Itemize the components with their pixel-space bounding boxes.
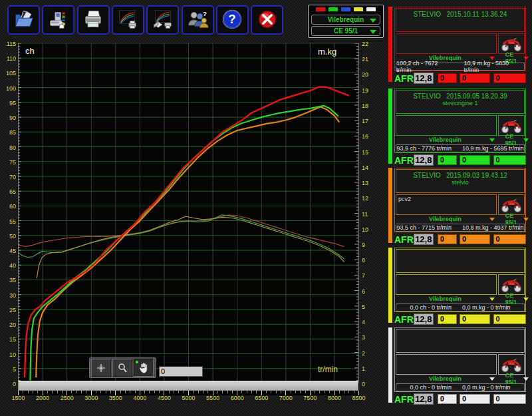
afr-field[interactable]: 0: [438, 394, 457, 404]
chevron-down-icon[interactable]: [489, 138, 495, 142]
fuel-dropdown-label[interactable]: CE 95/1: [505, 133, 517, 146]
afr-field[interactable]: 0: [438, 314, 457, 324]
crosshair-tool-button[interactable]: [91, 359, 111, 377]
crankshaft-dropdown-label[interactable]: Vilebrequin: [429, 296, 462, 302]
chart-scrollbar[interactable]: [18, 381, 358, 391]
chevron-down-icon[interactable]: [523, 218, 529, 221]
afr-value-field[interactable]: 12,8: [414, 313, 434, 325]
crankshaft-dropdown-label[interactable]: Vilebrequin: [429, 136, 462, 143]
y-right-tick-label: 19: [362, 87, 368, 94]
afr-field[interactable]: 0: [438, 155, 457, 165]
cursor-value-input[interactable]: [159, 366, 203, 377]
x-tick-label: 6000: [226, 395, 249, 401]
print-graph-button[interactable]: [112, 5, 144, 35]
afr-value-field[interactable]: 12,8: [414, 234, 434, 245]
afr-field[interactable]: 0: [493, 234, 526, 244]
run-comment-box[interactable]: pcv2: [396, 194, 497, 215]
fuel-dropdown-label[interactable]: CE 95/1: [505, 292, 517, 306]
curve-color-swatch[interactable]: [328, 7, 338, 12]
zoom-tool-button[interactable]: [112, 359, 132, 377]
y-left-tick-label: 60: [1, 203, 16, 210]
y-left-tick-label: 35: [1, 277, 16, 284]
crankshaft-dropdown-label[interactable]: Vilebrequin: [429, 375, 462, 382]
afr-field[interactable]: 0: [493, 73, 526, 83]
afr-field[interactable]: 0: [493, 394, 526, 404]
magnifier-icon: [117, 363, 128, 373]
run-comment-box[interactable]: [396, 33, 497, 54]
afr-field[interactable]: 0: [460, 73, 490, 83]
y-left-tick-label: 95: [1, 100, 16, 106]
afr-field[interactable]: 0: [493, 314, 526, 324]
run-card-box: VilebrequinCE 95/10,0 ch - 0 tr/min0,0 m…: [394, 327, 526, 392]
y-left-tick-label: 70: [1, 174, 16, 180]
hand-icon: [138, 362, 150, 374]
y-left-tick-label: 75: [1, 159, 16, 166]
afr-field[interactable]: 0: [460, 394, 490, 404]
y-left-tick-label: 25: [1, 307, 16, 313]
afr-field[interactable]: 0: [438, 73, 457, 83]
user-help-button[interactable]: ?: [182, 5, 214, 35]
fuel-dropdown[interactable]: CE 95/1: [311, 26, 380, 36]
x-tick-label: 8000: [323, 395, 346, 401]
run-card: VilebrequinCE 95/10,0 ch - 0 tr/min0,0 m…: [388, 327, 532, 405]
x-tick-label: 3000: [80, 395, 102, 401]
power-red-curve: [25, 87, 349, 377]
chevron-down-icon[interactable]: [523, 138, 529, 142]
curve-color-swatch[interactable]: [353, 7, 364, 12]
fuel-dropdown-label[interactable]: CE 95/1: [505, 212, 517, 226]
curve-color-swatch[interactable]: [340, 7, 351, 12]
y-right-tick-label: 21: [362, 56, 368, 63]
y-left-tick-label: 80: [1, 144, 16, 151]
x-tick-label: 7000: [275, 395, 297, 401]
y-right-tick-label: 5: [362, 304, 365, 310]
afr-value-field[interactable]: 12,8: [414, 73, 434, 84]
curve-color-swatch[interactable]: [315, 7, 326, 12]
exit-button[interactable]: [251, 5, 283, 35]
fuel-dropdown-label[interactable]: CE 95/1: [505, 372, 517, 385]
power-orange-curve: [36, 107, 339, 378]
run-comment-box[interactable]: [396, 115, 497, 136]
afr-field[interactable]: 0: [438, 234, 457, 244]
print-setup-button[interactable]: [42, 5, 74, 35]
chevron-down-icon[interactable]: [523, 298, 529, 301]
chevron-down-icon[interactable]: [489, 298, 495, 301]
x-major-ticks: [18, 391, 359, 395]
curve-color-swatches: [315, 7, 376, 12]
chevron-down-icon[interactable]: [523, 57, 529, 60]
chevron-down-icon[interactable]: [523, 377, 529, 381]
afr-field[interactable]: 0: [460, 314, 490, 324]
afr-value-field[interactable]: 12,8: [414, 154, 434, 166]
torque-peak-stat: 10,9 m.kg - 5695 tr/min: [462, 145, 524, 152]
help-button[interactable]: ?: [216, 5, 249, 35]
crankshaft-dropdown[interactable]: Vilebrequin: [311, 15, 380, 25]
pan-tool-button[interactable]: [134, 359, 154, 377]
afr-field[interactable]: 0: [460, 155, 490, 165]
afr-value-field[interactable]: 12,8: [414, 393, 434, 405]
y-left-tick-label: 55: [1, 218, 16, 225]
y-left-tick-label: 85: [1, 129, 16, 136]
torque-peak-stat: 0,0 m.kg - 0 tr/min: [462, 304, 511, 311]
chevron-down-icon[interactable]: [489, 57, 495, 60]
chevron-down-icon[interactable]: [489, 377, 495, 381]
run-card: STELVIO 2015.09.05 18.20.39steviorigine …: [388, 89, 532, 166]
open-file-button[interactable]: [7, 5, 40, 35]
x-tick-label: 2500: [56, 395, 78, 401]
print-report-button[interactable]: [146, 5, 179, 35]
printer-button[interactable]: [77, 5, 110, 35]
user-help-icon: ?: [186, 9, 209, 32]
run-card: VilebrequinCE 95/10,0 ch - 0 tr/min0,0 m…: [388, 248, 532, 325]
y-left-tick-label: 110: [1, 55, 16, 62]
left-axis-unit-label: ch: [25, 46, 35, 56]
crankshaft-dropdown-label[interactable]: Vilebrequin: [429, 216, 462, 222]
right-axis-unit-label: m.kg: [318, 47, 336, 57]
run-comment-box[interactable]: [396, 274, 497, 295]
curve-color-swatch[interactable]: [366, 7, 376, 12]
chevron-down-icon[interactable]: [489, 218, 495, 221]
dyno-chart-plot[interactable]: [18, 43, 359, 384]
afr-field[interactable]: 0: [460, 234, 490, 244]
crosshair-icon: [96, 363, 106, 373]
power-peak-stat: 0,0 ch - 0 tr/min: [410, 384, 452, 391]
afr-field[interactable]: 0: [493, 155, 526, 165]
torque-orange-curve: [37, 216, 344, 278]
run-comment-box[interactable]: [396, 354, 497, 375]
